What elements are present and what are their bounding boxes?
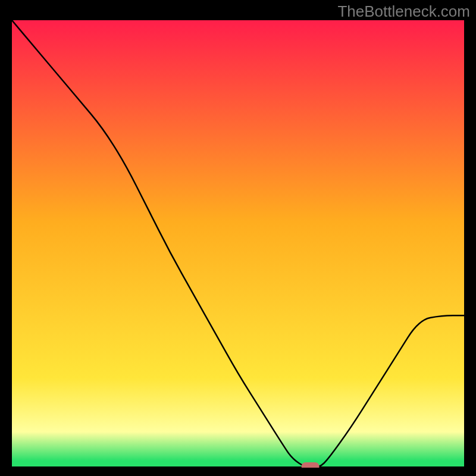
- gradient-background: [12, 20, 464, 468]
- chart-frame: TheBottleneck.com: [0, 0, 476, 476]
- plot-area: [12, 20, 464, 468]
- optimal-marker: [302, 462, 320, 468]
- chart-svg: [12, 20, 464, 468]
- watermark-text: TheBottleneck.com: [337, 2, 470, 21]
